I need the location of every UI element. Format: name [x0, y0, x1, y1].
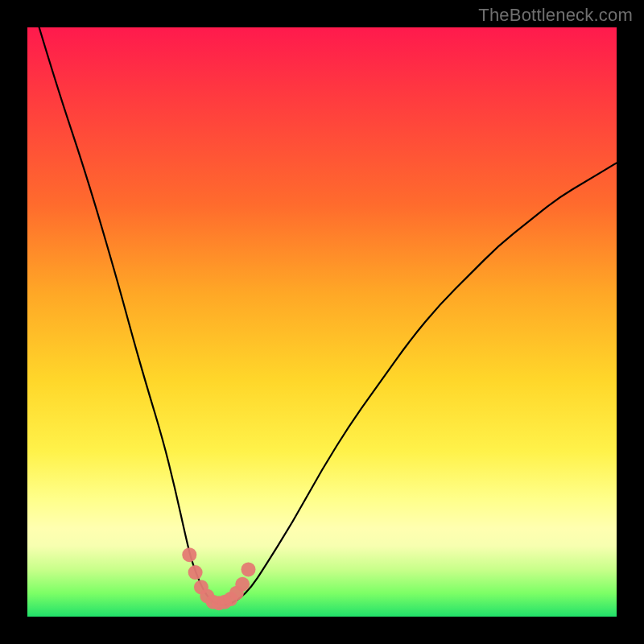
chart-svg: [27, 27, 617, 617]
watermark-text: TheBottleneck.com: [478, 5, 633, 26]
bottleneck-curve: [39, 27, 617, 605]
marker-dot: [182, 547, 196, 562]
plot-area: [27, 27, 617, 617]
chart-frame: TheBottleneck.com: [0, 0, 644, 644]
marker-dot: [235, 577, 250, 592]
marker-dot: [188, 565, 203, 580]
marker-dot: [242, 562, 256, 576]
sample-markers: [182, 547, 255, 610]
